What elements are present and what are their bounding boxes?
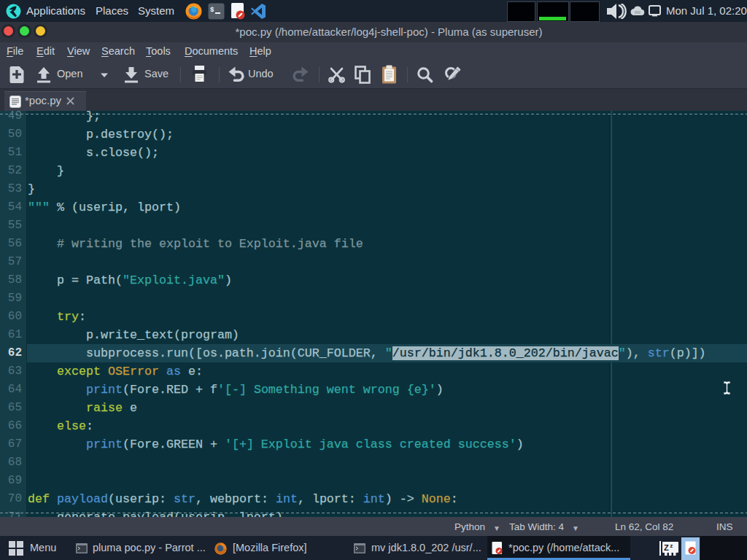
svg-text:Z: Z bbox=[664, 543, 669, 552]
svg-text:z: z bbox=[670, 542, 673, 549]
svg-text:$: $ bbox=[210, 7, 214, 14]
